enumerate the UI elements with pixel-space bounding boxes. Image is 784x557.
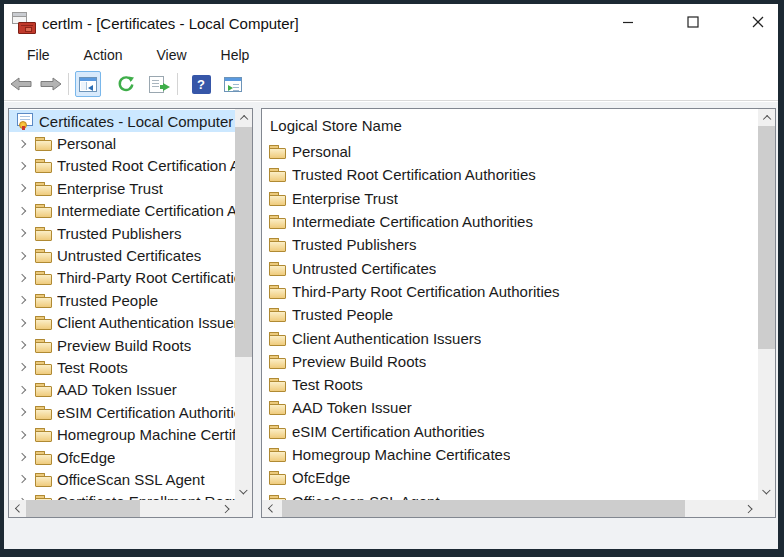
scroll-left-button[interactable] xyxy=(262,500,279,517)
tree-item[interactable]: Enterprise Trust xyxy=(9,177,235,199)
list-viewport: Logical Store Name Personal Trusted Root xyxy=(262,109,758,500)
tree-item[interactable]: Trusted Publishers xyxy=(9,222,235,244)
export-list-button[interactable] xyxy=(143,71,169,97)
scroll-right-button[interactable] xyxy=(741,500,758,517)
status-bar xyxy=(4,521,778,549)
menu-item[interactable]: Help xyxy=(210,44,261,66)
show-hide-action-pane-button[interactable] xyxy=(220,71,246,97)
tree-horizontal-scrollbar[interactable] xyxy=(9,500,235,517)
list-vertical-scrollbar[interactable] xyxy=(758,109,775,500)
show-hide-console-tree-button[interactable] xyxy=(75,71,101,97)
list-item[interactable]: Third-Party Root Certification Authoriti… xyxy=(262,280,758,303)
list-item[interactable]: Homegroup Machine Certificates xyxy=(262,443,758,466)
list-item[interactable]: AAD Token Issuer xyxy=(262,396,758,419)
list-item-label: AAD Token Issuer xyxy=(292,399,412,416)
scroll-down-button[interactable] xyxy=(758,483,775,500)
tree-item[interactable]: Preview Build Roots xyxy=(9,334,235,356)
expand-chevron[interactable] xyxy=(9,230,35,236)
list-item[interactable]: eSIM Certification Authorities xyxy=(262,420,758,443)
scroll-up-button[interactable] xyxy=(758,109,775,126)
tree-root-label: Certificates - Local Computer xyxy=(39,113,233,130)
expand-chevron[interactable] xyxy=(9,342,35,348)
expand-chevron[interactable] xyxy=(9,297,35,303)
menu-item[interactable]: Action xyxy=(73,44,134,66)
expand-chevron[interactable] xyxy=(9,163,35,169)
tree-item[interactable]: AAD Token Issuer xyxy=(9,379,235,401)
list-item[interactable]: OfcEdge xyxy=(262,466,758,489)
expand-chevron[interactable] xyxy=(9,185,35,191)
expand-chevron[interactable] xyxy=(9,275,35,281)
tree-hscroll-thumb[interactable] xyxy=(26,500,140,517)
expand-chevron[interactable] xyxy=(9,387,35,393)
list-item[interactable]: Personal xyxy=(262,140,758,163)
folder-icon xyxy=(269,470,286,485)
tree-item[interactable]: Personal xyxy=(9,132,235,154)
list-item-label: Untrusted Certificates xyxy=(292,260,436,277)
expand-chevron[interactable] xyxy=(9,476,35,482)
list-item[interactable]: Intermediate Certification Authorities xyxy=(262,210,758,233)
expand-chevron[interactable] xyxy=(9,364,35,370)
menu-item[interactable]: View xyxy=(145,44,197,66)
tree-item[interactable]: Untrusted Certificates xyxy=(9,244,235,266)
list-item[interactable]: Client Authentication Issuers xyxy=(262,326,758,349)
folder-icon xyxy=(269,167,286,182)
maximize-button[interactable] xyxy=(682,11,704,33)
tree-item[interactable]: OfficeScan SSL Agent xyxy=(9,468,235,490)
tree-item-label: Trusted People xyxy=(57,292,158,309)
chevron-right-icon xyxy=(18,162,26,170)
column-header-logical-store-name[interactable]: Logical Store Name xyxy=(270,117,402,134)
tree-item[interactable]: OfcEdge xyxy=(9,446,235,468)
refresh-button[interactable] xyxy=(113,71,139,97)
minimize-button[interactable] xyxy=(617,11,639,33)
tree-item-label: OfficeScan SSL Agent xyxy=(57,471,205,488)
list-item[interactable]: Untrusted Certificates xyxy=(262,256,758,279)
tree-item[interactable]: Homegroup Machine Certificates xyxy=(9,423,235,445)
tree-root-item[interactable]: Certificates - Local Computer xyxy=(9,110,235,132)
list-item[interactable]: Preview Build Roots xyxy=(262,350,758,373)
tree-vscroll-thumb[interactable] xyxy=(235,127,252,357)
list-item[interactable]: Test Roots xyxy=(262,373,758,396)
list-horizontal-scrollbar[interactable] xyxy=(262,500,758,517)
forward-button[interactable] xyxy=(38,71,64,97)
expand-chevron[interactable] xyxy=(9,320,35,326)
close-button[interactable] xyxy=(747,11,769,33)
store-list-panel: Logical Store Name Personal Trusted Root xyxy=(261,108,776,518)
tree-item-label: Test Roots xyxy=(57,359,128,376)
scroll-up-button[interactable] xyxy=(235,109,252,126)
expand-chevron[interactable] xyxy=(9,208,35,214)
tree-item[interactable]: eSIM Certification Authorities xyxy=(9,401,235,423)
expand-chevron[interactable] xyxy=(9,253,35,259)
tree-item[interactable]: Trusted People xyxy=(9,289,235,311)
list-hscroll-thumb[interactable] xyxy=(282,500,685,517)
tree-item[interactable]: Third-Party Root Certification Authoriti… xyxy=(9,267,235,289)
back-button[interactable] xyxy=(8,71,34,97)
folder-icon xyxy=(269,191,286,206)
scroll-down-button[interactable] xyxy=(235,483,252,500)
tree-item[interactable]: Trusted Root Certification Authorities xyxy=(9,155,235,177)
tree-item[interactable]: Intermediate Certification Authorities xyxy=(9,200,235,222)
tree-item[interactable]: Client Authentication Issuers xyxy=(9,312,235,334)
list-item[interactable]: OfficeScan SSL Agent xyxy=(262,489,758,500)
help-button[interactable]: ? xyxy=(188,71,214,97)
list-item-label: Intermediate Certification Authorities xyxy=(292,213,533,230)
tree-item-label: Certificate Enrollment Requests xyxy=(57,493,235,500)
list-vscroll-thumb[interactable] xyxy=(758,126,775,349)
expand-chevron[interactable] xyxy=(9,409,35,415)
expand-chevron[interactable] xyxy=(9,432,35,438)
list-item[interactable]: Enterprise Trust xyxy=(262,187,758,210)
folder-icon xyxy=(35,181,52,196)
scroll-left-button[interactable] xyxy=(9,500,26,517)
folder-icon xyxy=(35,450,52,465)
refresh-icon xyxy=(117,75,135,93)
expand-chevron[interactable] xyxy=(9,454,35,460)
scroll-right-button[interactable] xyxy=(218,500,235,517)
tree-item[interactable]: Certificate Enrollment Requests xyxy=(9,491,235,500)
tree-item[interactable]: Test Roots xyxy=(9,356,235,378)
list-item[interactable]: Trusted Root Certification Authorities xyxy=(262,163,758,186)
expand-chevron[interactable] xyxy=(9,141,35,147)
tree-vertical-scrollbar[interactable] xyxy=(235,109,252,500)
list-item[interactable]: Trusted Publishers xyxy=(262,233,758,256)
folder-icon xyxy=(35,248,52,263)
list-item[interactable]: Trusted People xyxy=(262,303,758,326)
menu-item[interactable]: File xyxy=(16,44,61,66)
